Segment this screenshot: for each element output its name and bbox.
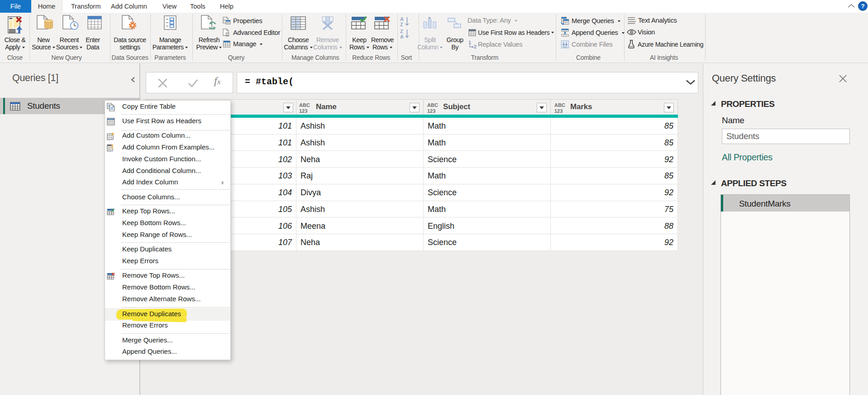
svg-text:?: ?: [861, 3, 864, 10]
